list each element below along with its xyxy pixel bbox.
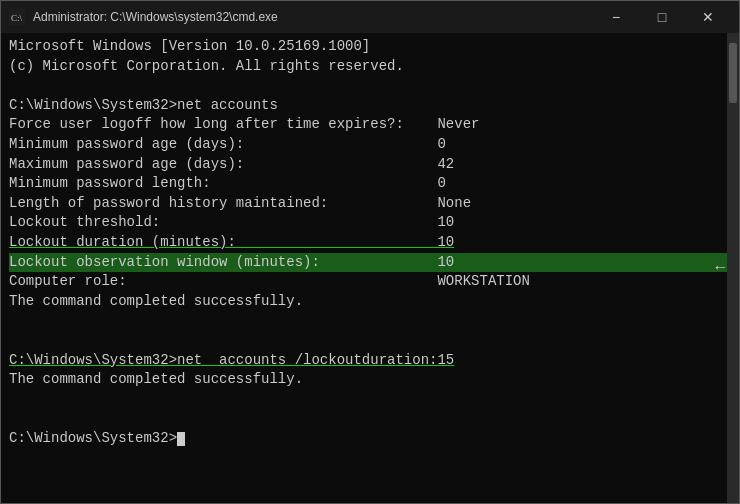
table-row-5: Lockout threshold: 10 (9, 213, 731, 233)
minimize-button[interactable]: − (593, 1, 639, 33)
success-line-1: The command completed successfully. (9, 292, 731, 312)
cmd-window: C:\ Administrator: C:\Windows\system32\c… (0, 0, 740, 504)
table-row-computer-role: Computer role: WORKSTATION (9, 272, 731, 292)
close-button[interactable]: ✕ (685, 1, 731, 33)
blank-2b (9, 331, 731, 351)
success-line-2: The command completed successfully. (9, 370, 731, 390)
blank-1 (9, 76, 731, 96)
prompt-2: C:\Windows\System32>net accounts /lockou… (9, 351, 731, 371)
prompt-3: C:\Windows\System32> (9, 429, 731, 449)
table-row-2: Maximum password age (days): 42 (9, 155, 731, 175)
table-row-lockout-duration: Lockout duration (minutes): 10 (9, 233, 731, 253)
prompt-1: C:\Windows\System32>net accounts (9, 96, 731, 116)
window-title: Administrator: C:\Windows\system32\cmd.e… (33, 10, 278, 24)
scroll-arrow: ← (715, 257, 725, 279)
cursor-blink (177, 432, 185, 446)
table-row-1: Minimum password age (days): 0 (9, 135, 731, 155)
blank-2 (9, 311, 731, 331)
copyright-line: (c) Microsoft Corporation. All rights re… (9, 57, 731, 77)
console-body[interactable]: Microsoft Windows [Version 10.0.25169.10… (1, 33, 739, 503)
version-line: Microsoft Windows [Version 10.0.25169.10… (9, 37, 731, 57)
title-bar-controls: − □ ✕ (593, 1, 731, 33)
blank-3b (9, 409, 731, 429)
table-row-observation-window: Lockout observation window (minutes): 10 (9, 253, 731, 273)
blank-3 (9, 390, 731, 410)
table-row-3: Minimum password length: 0 (9, 174, 731, 194)
scrollbar[interactable] (727, 33, 739, 503)
title-bar-left: C:\ Administrator: C:\Windows\system32\c… (9, 9, 278, 25)
table-row-4: Length of password history maintained: N… (9, 194, 731, 214)
maximize-button[interactable]: □ (639, 1, 685, 33)
cmd-icon: C:\ (9, 9, 25, 25)
scrollbar-thumb[interactable] (729, 43, 737, 103)
table-row-0: Force user logoff how long after time ex… (9, 115, 731, 135)
svg-text:C:\: C:\ (11, 13, 23, 23)
title-bar: C:\ Administrator: C:\Windows\system32\c… (1, 1, 739, 33)
